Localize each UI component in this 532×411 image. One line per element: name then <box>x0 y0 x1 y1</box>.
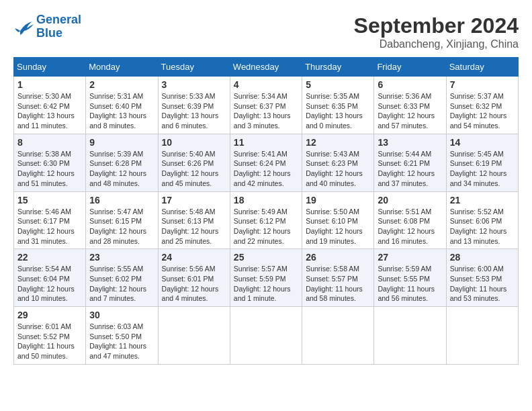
calendar-cell: 8Sunrise: 5:38 AM Sunset: 6:30 PM Daylig… <box>14 134 86 191</box>
day-number: 10 <box>162 137 226 148</box>
logo-text: General Blue <box>36 13 81 40</box>
day-number: 8 <box>17 137 82 148</box>
calendar-cell <box>230 307 302 365</box>
calendar-cell: 11Sunrise: 5:41 AM Sunset: 6:24 PM Dayli… <box>230 134 302 191</box>
calendar-cell: 10Sunrise: 5:40 AM Sunset: 6:26 PM Dayli… <box>158 134 230 191</box>
calendar-header-row: SundayMondayTuesdayWednesdayThursdayFrid… <box>14 58 519 77</box>
calendar-cell: 6Sunrise: 5:36 AM Sunset: 6:33 PM Daylig… <box>374 77 446 134</box>
calendar-cell: 21Sunrise: 5:52 AM Sunset: 6:06 PM Dayli… <box>446 191 518 249</box>
calendar-cell: 28Sunrise: 6:00 AM Sunset: 5:53 PM Dayli… <box>446 249 518 307</box>
logo: General Blue <box>13 13 81 40</box>
weekday-header-wednesday: Wednesday <box>230 58 302 77</box>
calendar-cell: 4Sunrise: 5:34 AM Sunset: 6:37 PM Daylig… <box>230 77 302 134</box>
calendar-cell: 24Sunrise: 5:56 AM Sunset: 6:01 PM Dayli… <box>158 249 230 307</box>
day-number: 29 <box>17 310 82 320</box>
day-number: 3 <box>162 79 226 90</box>
calendar-cell: 2Sunrise: 5:31 AM Sunset: 6:40 PM Daylig… <box>86 77 158 134</box>
day-number: 19 <box>306 195 370 205</box>
day-number: 30 <box>89 310 154 320</box>
day-number: 16 <box>89 195 154 205</box>
day-number: 4 <box>234 79 298 90</box>
calendar-cell: 30Sunrise: 6:03 AM Sunset: 5:50 PM Dayli… <box>86 307 158 365</box>
weekday-header-monday: Monday <box>86 58 158 77</box>
calendar-cell: 12Sunrise: 5:43 AM Sunset: 6:23 PM Dayli… <box>302 134 374 191</box>
calendar-cell <box>302 307 374 365</box>
day-info: Sunrise: 5:57 AM Sunset: 5:59 PM Dayligh… <box>234 264 298 304</box>
day-number: 2 <box>89 79 154 90</box>
day-info: Sunrise: 5:58 AM Sunset: 5:57 PM Dayligh… <box>306 264 370 304</box>
day-info: Sunrise: 5:37 AM Sunset: 6:32 PM Dayligh… <box>450 91 515 131</box>
weekday-header-sunday: Sunday <box>14 58 86 77</box>
calendar-cell: 22Sunrise: 5:54 AM Sunset: 6:04 PM Dayli… <box>14 249 86 307</box>
calendar-cell: 26Sunrise: 5:58 AM Sunset: 5:57 PM Dayli… <box>302 249 374 307</box>
day-number: 26 <box>306 252 370 263</box>
calendar-week-row: 29Sunrise: 6:01 AM Sunset: 5:52 PM Dayli… <box>14 307 519 365</box>
location-title: Dabancheng, Xinjiang, China <box>354 38 519 50</box>
calendar-cell: 7Sunrise: 5:37 AM Sunset: 6:32 PM Daylig… <box>446 77 518 134</box>
day-number: 14 <box>450 137 515 148</box>
day-info: Sunrise: 5:35 AM Sunset: 6:35 PM Dayligh… <box>306 91 370 131</box>
day-info: Sunrise: 5:50 AM Sunset: 6:10 PM Dayligh… <box>306 207 370 246</box>
day-info: Sunrise: 5:49 AM Sunset: 6:12 PM Dayligh… <box>234 207 298 246</box>
calendar-cell: 1Sunrise: 5:30 AM Sunset: 6:42 PM Daylig… <box>14 77 86 134</box>
calendar-cell: 3Sunrise: 5:33 AM Sunset: 6:39 PM Daylig… <box>158 77 230 134</box>
calendar-cell: 15Sunrise: 5:46 AM Sunset: 6:17 PM Dayli… <box>14 191 86 249</box>
day-info: Sunrise: 5:43 AM Sunset: 6:23 PM Dayligh… <box>306 149 370 189</box>
title-block: September 2024 Dabancheng, Xinjiang, Chi… <box>354 13 519 50</box>
day-info: Sunrise: 5:59 AM Sunset: 5:55 PM Dayligh… <box>378 264 442 304</box>
weekday-header-saturday: Saturday <box>446 58 518 77</box>
calendar-cell: 27Sunrise: 5:59 AM Sunset: 5:55 PM Dayli… <box>374 249 446 307</box>
calendar-cell: 29Sunrise: 6:01 AM Sunset: 5:52 PM Dayli… <box>14 307 86 365</box>
calendar-cell <box>374 307 446 365</box>
day-info: Sunrise: 5:40 AM Sunset: 6:26 PM Dayligh… <box>162 149 226 189</box>
day-info: Sunrise: 5:56 AM Sunset: 6:01 PM Dayligh… <box>162 264 226 304</box>
day-number: 22 <box>17 252 82 263</box>
day-number: 23 <box>89 252 154 263</box>
day-number: 6 <box>378 79 442 90</box>
day-number: 17 <box>162 195 226 205</box>
calendar-cell: 20Sunrise: 5:51 AM Sunset: 6:08 PM Dayli… <box>374 191 446 249</box>
calendar-cell: 14Sunrise: 5:45 AM Sunset: 6:19 PM Dayli… <box>446 134 518 191</box>
day-number: 24 <box>162 252 226 263</box>
day-info: Sunrise: 5:52 AM Sunset: 6:06 PM Dayligh… <box>450 207 515 246</box>
day-info: Sunrise: 5:30 AM Sunset: 6:42 PM Dayligh… <box>17 91 82 131</box>
calendar-cell: 23Sunrise: 5:55 AM Sunset: 6:02 PM Dayli… <box>86 249 158 307</box>
day-number: 9 <box>89 137 154 148</box>
logo-bird-icon <box>13 17 34 36</box>
day-number: 7 <box>450 79 515 90</box>
page-header: General Blue September 2024 Dabancheng, … <box>13 13 519 50</box>
day-number: 28 <box>450 252 515 263</box>
day-number: 1 <box>17 79 82 90</box>
day-number: 25 <box>234 252 298 263</box>
day-number: 18 <box>234 195 298 205</box>
day-info: Sunrise: 5:51 AM Sunset: 6:08 PM Dayligh… <box>378 207 442 246</box>
month-title: September 2024 <box>354 13 519 38</box>
day-info: Sunrise: 5:31 AM Sunset: 6:40 PM Dayligh… <box>89 91 154 131</box>
day-info: Sunrise: 6:01 AM Sunset: 5:52 PM Dayligh… <box>17 322 82 361</box>
day-info: Sunrise: 5:34 AM Sunset: 6:37 PM Dayligh… <box>234 91 298 131</box>
day-info: Sunrise: 5:39 AM Sunset: 6:28 PM Dayligh… <box>89 149 154 189</box>
day-number: 12 <box>306 137 370 148</box>
day-info: Sunrise: 5:45 AM Sunset: 6:19 PM Dayligh… <box>450 149 515 189</box>
day-info: Sunrise: 5:44 AM Sunset: 6:21 PM Dayligh… <box>378 149 442 189</box>
calendar-week-row: 1Sunrise: 5:30 AM Sunset: 6:42 PM Daylig… <box>14 77 519 134</box>
calendar-week-row: 8Sunrise: 5:38 AM Sunset: 6:30 PM Daylig… <box>14 134 519 191</box>
day-number: 21 <box>450 195 515 205</box>
day-info: Sunrise: 5:38 AM Sunset: 6:30 PM Dayligh… <box>17 149 82 189</box>
day-info: Sunrise: 5:36 AM Sunset: 6:33 PM Dayligh… <box>378 91 442 131</box>
day-number: 15 <box>17 195 82 205</box>
weekday-header-thursday: Thursday <box>302 58 374 77</box>
calendar-week-row: 22Sunrise: 5:54 AM Sunset: 6:04 PM Dayli… <box>14 249 519 307</box>
day-info: Sunrise: 5:33 AM Sunset: 6:39 PM Dayligh… <box>162 91 226 131</box>
day-info: Sunrise: 5:48 AM Sunset: 6:13 PM Dayligh… <box>162 207 226 246</box>
calendar-table: SundayMondayTuesdayWednesdayThursdayFrid… <box>13 57 519 365</box>
calendar-week-row: 15Sunrise: 5:46 AM Sunset: 6:17 PM Dayli… <box>14 191 519 249</box>
calendar-cell: 19Sunrise: 5:50 AM Sunset: 6:10 PM Dayli… <box>302 191 374 249</box>
weekday-header-tuesday: Tuesday <box>158 58 230 77</box>
day-info: Sunrise: 5:47 AM Sunset: 6:15 PM Dayligh… <box>89 207 154 246</box>
calendar-cell: 13Sunrise: 5:44 AM Sunset: 6:21 PM Dayli… <box>374 134 446 191</box>
calendar-cell <box>446 307 518 365</box>
day-info: Sunrise: 6:00 AM Sunset: 5:53 PM Dayligh… <box>450 264 515 304</box>
calendar-cell: 9Sunrise: 5:39 AM Sunset: 6:28 PM Daylig… <box>86 134 158 191</box>
day-info: Sunrise: 5:55 AM Sunset: 6:02 PM Dayligh… <box>89 264 154 304</box>
